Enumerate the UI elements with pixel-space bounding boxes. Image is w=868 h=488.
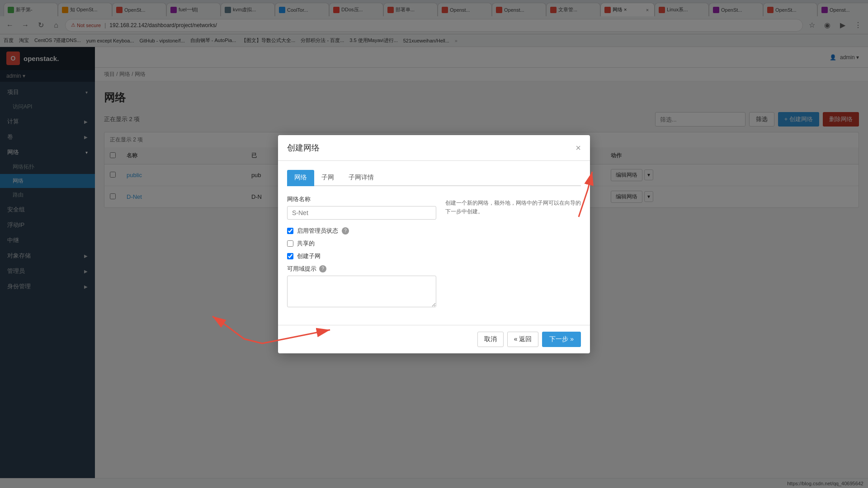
available-zones-help-icon[interactable]: ? xyxy=(319,265,326,272)
modal-overlay: 创建网络 × 网络 子网 子网详情 网络名称 xyxy=(0,0,868,488)
form-left: 网络名称 启用管理员状态 ? 共享的 xyxy=(287,195,436,316)
form-content-row: 网络名称 启用管理员状态 ? 共享的 xyxy=(287,195,581,316)
available-zones-label-container: 可用域提示 ? xyxy=(287,265,436,273)
shared-checkbox[interactable] xyxy=(287,240,293,247)
network-name-label: 网络名称 xyxy=(287,195,436,203)
create-subnet-checkbox[interactable] xyxy=(287,253,293,259)
network-name-input[interactable] xyxy=(287,206,436,220)
modal-body: 网络 子网 子网详情 网络名称 启用管理员状态 ? xyxy=(278,161,590,325)
available-zones-input[interactable] xyxy=(287,276,436,307)
form-right: 创建一个新的网络，额外地，网络中的子网可以在向导的下一步中创建。 xyxy=(445,195,581,316)
admin-state-group: 启用管理员状态 ? xyxy=(287,227,436,235)
modal-header: 创建网络 × xyxy=(278,135,590,161)
modal-title: 创建网络 xyxy=(287,142,320,153)
tab-subnet-detail[interactable]: 子网详情 xyxy=(341,170,381,186)
modal-footer: 取消 « 返回 下一步 » xyxy=(278,325,590,353)
shared-group: 共享的 xyxy=(287,239,436,248)
shared-label: 共享的 xyxy=(297,239,315,248)
tab-subnet[interactable]: 子网 xyxy=(314,170,341,186)
admin-state-label: 启用管理员状态 xyxy=(297,227,338,235)
admin-state-help-icon[interactable]: ? xyxy=(342,227,349,235)
back-button-modal[interactable]: « 返回 xyxy=(507,332,539,347)
create-network-modal: 创建网络 × 网络 子网 子网详情 网络名称 xyxy=(278,135,590,353)
create-subnet-group: 创建子网 xyxy=(287,252,436,260)
available-zones-group: 可用域提示 ? xyxy=(287,265,436,309)
admin-state-checkbox[interactable] xyxy=(287,228,293,234)
tab-network[interactable]: 网络 xyxy=(287,170,314,186)
available-zones-text: 可用域提示 xyxy=(287,265,316,273)
modal-tabs: 网络 子网 子网详情 xyxy=(287,170,581,186)
create-subnet-label: 创建子网 xyxy=(297,252,321,260)
cancel-button[interactable]: 取消 xyxy=(477,332,504,347)
network-name-group: 网络名称 xyxy=(287,195,436,220)
modal-close-button[interactable]: × xyxy=(576,143,581,152)
next-button[interactable]: 下一步 » xyxy=(542,332,581,347)
hint-text: 创建一个新的网络，额外地，网络中的子网可以在向导的下一步中创建。 xyxy=(445,199,581,216)
